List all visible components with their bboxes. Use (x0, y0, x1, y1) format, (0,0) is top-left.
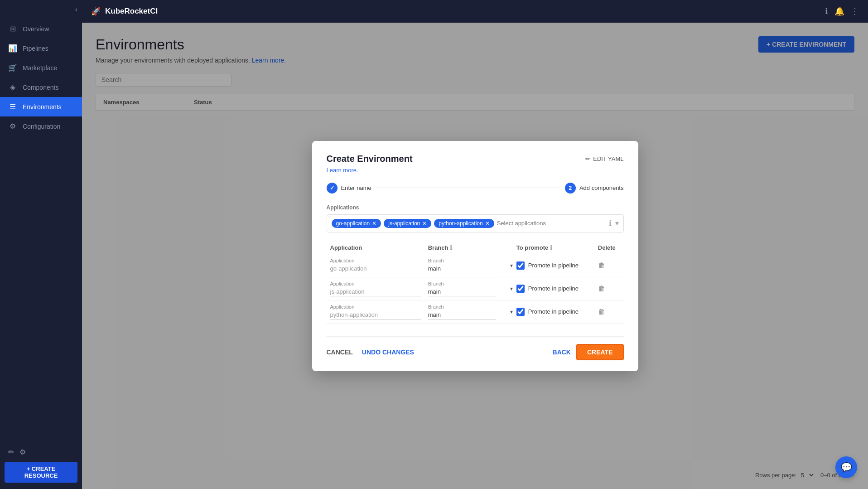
chat-fab-button[interactable]: 💬 (835, 456, 857, 478)
topbar: 🚀 KubeRocketCI ℹ 🔔 ⋮ (82, 0, 868, 23)
step-add-components: 2 Add components (565, 183, 624, 194)
app-tag-input[interactable] (497, 220, 606, 227)
promote-info-icon: ℹ (550, 244, 552, 251)
environments-icon: ☰ (8, 102, 17, 111)
more-icon[interactable]: ⋮ (851, 6, 859, 16)
undo-changes-button[interactable]: UNDO CHANGES (362, 349, 414, 356)
sidebar-item-label: Pipelines (23, 45, 48, 52)
branch-label-1: Branch (428, 258, 509, 263)
step-1-circle: ✓ (327, 183, 338, 194)
branch-select-2[interactable]: main develop master (428, 287, 496, 296)
footer-left: CANCEL UNDO CHANGES (327, 349, 414, 356)
app-tag-js-label: js-application (388, 220, 420, 227)
sidebar-item-label: Configuration (23, 123, 60, 130)
edit-icon-button[interactable]: ✏ (8, 448, 14, 456)
step-2-circle: 2 (565, 183, 576, 194)
app-input-1[interactable] (330, 264, 421, 273)
create-environment-modal: Create Environment ✏ EDIT YAML Learn mor… (312, 141, 638, 371)
promote-label-2: Promote in pipeline (528, 285, 579, 292)
sidebar-item-environments[interactable]: ☰ Environments (0, 97, 82, 116)
promote-checkbox-1[interactable] (516, 261, 525, 270)
app-input-2[interactable] (330, 287, 421, 296)
step-1-label: Enter name (341, 184, 371, 191)
branch-label-3: Branch (428, 304, 509, 310)
page-content: Environments Manage your environments wi… (82, 23, 868, 489)
col-header-branch: Branch ℹ (424, 242, 513, 254)
step-enter-name: ✓ Enter name (327, 183, 371, 194)
app-label-1: Application (330, 258, 421, 263)
app-cell-1: Application (327, 254, 424, 277)
applications-table: Application Branch ℹ To promote ℹ Delete (327, 242, 624, 324)
branch-select-1[interactable]: main develop master (428, 264, 496, 273)
pipelines-icon: 📊 (8, 44, 17, 53)
modal-learn-more-link[interactable]: Learn more. (327, 167, 624, 174)
sidebar-collapse-button[interactable]: ‹ (75, 5, 77, 14)
sidebar-item-configuration[interactable]: ⚙ Configuration (0, 116, 82, 136)
app-tag-js-close[interactable]: ✕ (422, 220, 427, 227)
notification-icon[interactable]: 🔔 (834, 6, 844, 16)
delete-button-2[interactable]: 🗑 (598, 285, 605, 293)
col-header-promote: To promote ℹ (513, 242, 594, 254)
back-button[interactable]: BACK (553, 349, 571, 356)
col-header-delete: Delete (594, 242, 624, 254)
sidebar-item-components[interactable]: ◈ Components (0, 77, 82, 97)
app-tag-js: js-application ✕ (384, 219, 431, 228)
brand-name: KubeRocketCI (105, 7, 158, 16)
promote-label-3: Promote in pipeline (528, 308, 579, 315)
step-2-label: Add components (579, 184, 624, 191)
configuration-icon: ⚙ (8, 122, 17, 131)
branch-arrow-1: ▾ (510, 262, 513, 269)
brand: 🚀 KubeRocketCI (91, 7, 158, 16)
sidebar-item-label: Overview (23, 25, 49, 33)
sidebar-item-label: Marketplace (23, 64, 57, 72)
delete-button-1[interactable]: 🗑 (598, 261, 605, 270)
promote-cell-1: Promote in pipeline (513, 254, 594, 277)
sidebar-collapse-area: ‹ (0, 0, 82, 19)
app-tag-go-label: go-application (336, 220, 370, 227)
modal-header: Create Environment ✏ EDIT YAML (327, 154, 624, 164)
chevron-down-icon[interactable]: ▾ (615, 219, 619, 228)
branch-cell-2: Branch main develop master ▾ (424, 277, 513, 300)
promote-cell-2: Promote in pipeline (513, 277, 594, 300)
app-tag-python-close[interactable]: ✕ (485, 220, 490, 227)
sidebar-item-label: Environments (23, 103, 62, 111)
applications-input-area[interactable]: go-application ✕ js-application ✕ python… (327, 214, 624, 232)
topbar-icons: ℹ 🔔 ⋮ (825, 6, 859, 16)
app-tag-python: python-application ✕ (434, 219, 494, 228)
app-tag-go-close[interactable]: ✕ (372, 220, 376, 227)
create-button[interactable]: CREATE (576, 344, 624, 360)
branch-arrow-3: ▾ (510, 309, 513, 315)
app-label-2: Application (330, 281, 421, 286)
branch-cell-3: Branch main develop master ▾ (424, 300, 513, 323)
create-resource-button[interactable]: + CREATE RESOURCE (5, 462, 77, 483)
app-cell-3: Application (327, 300, 424, 323)
settings-icon-button[interactable]: ⚙ (19, 448, 26, 456)
chat-icon: 💬 (841, 462, 852, 473)
main-content: 🚀 KubeRocketCI ℹ 🔔 ⋮ Environments Manage… (82, 0, 868, 489)
modal-title: Create Environment (327, 154, 413, 164)
info-icon[interactable]: ℹ (825, 6, 828, 16)
sidebar: ‹ ⊞ Overview 📊 Pipelines 🛒 Marketplace ◈… (0, 0, 82, 489)
delete-cell-2: 🗑 (594, 277, 624, 300)
applications-label: Applications (327, 204, 624, 211)
promote-label-1: Promote in pipeline (528, 262, 579, 269)
footer-right: BACK CREATE (553, 344, 624, 360)
sidebar-item-marketplace[interactable]: 🛒 Marketplace (0, 58, 82, 77)
promote-checkbox-2[interactable] (516, 285, 525, 293)
col-header-application: Application (327, 242, 424, 254)
cancel-button[interactable]: CANCEL (327, 349, 353, 356)
sidebar-item-overview[interactable]: ⊞ Overview (0, 19, 82, 39)
promote-checkbox-3[interactable] (516, 308, 525, 316)
app-tag-python-label: python-application (439, 220, 482, 227)
delete-cell-3: 🗑 (594, 300, 624, 323)
branch-select-3[interactable]: main develop master (428, 310, 496, 320)
rocket-icon: 🚀 (91, 7, 101, 16)
sidebar-item-pipelines[interactable]: 📊 Pipelines (0, 39, 82, 58)
delete-button-3[interactable]: 🗑 (598, 308, 605, 316)
branch-arrow-2: ▾ (510, 286, 513, 292)
app-cell-2: Application (327, 277, 424, 300)
app-input-3[interactable] (330, 310, 421, 320)
delete-cell-1: 🗑 (594, 254, 624, 277)
modal-footer: CANCEL UNDO CHANGES BACK CREATE (327, 336, 624, 360)
edit-yaml-button[interactable]: ✏ EDIT YAML (585, 155, 623, 162)
